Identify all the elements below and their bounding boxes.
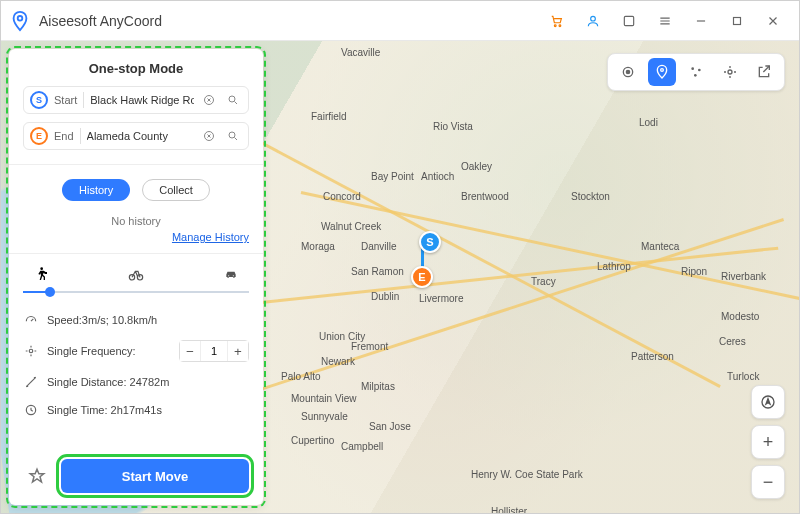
titlebar: Aiseesoft AnyCoord — [1, 1, 799, 41]
svg-point-17 — [229, 132, 235, 138]
main-area: VacavilleFairfieldRio VistaLodiConcordBa… — [1, 41, 799, 513]
speed-mode-row — [23, 260, 249, 284]
mode-locate-button[interactable] — [614, 58, 642, 86]
clear-start-button[interactable] — [200, 91, 218, 109]
map-mode-toolbar — [607, 53, 785, 91]
start-input[interactable] — [90, 94, 194, 106]
time-icon — [23, 402, 39, 418]
city-label: Dublin — [371, 291, 399, 302]
end-pin[interactable]: E — [411, 266, 433, 288]
city-label: Campbell — [341, 441, 383, 452]
city-label: Tracy — [531, 276, 556, 287]
menu-button[interactable] — [647, 1, 683, 41]
city-label: Sunnyvale — [301, 411, 348, 422]
city-label: Lodi — [639, 117, 658, 128]
svg-point-21 — [228, 275, 229, 276]
svg-point-7 — [626, 70, 629, 73]
bike-mode-icon[interactable] — [124, 264, 148, 284]
city-label: Fairfield — [311, 111, 347, 122]
city-label: Milpitas — [361, 381, 395, 392]
svg-point-22 — [233, 275, 234, 276]
history-tabs: History Collect — [23, 179, 249, 201]
compass-button[interactable] — [751, 385, 785, 419]
zoom-in-button[interactable]: + — [751, 425, 785, 459]
svg-point-1 — [554, 24, 556, 26]
city-label: Fremont — [351, 341, 388, 352]
start-badge-icon: S — [30, 91, 48, 109]
city-label: Modesto — [721, 311, 759, 322]
city-label: Palo Alto — [281, 371, 320, 382]
svg-point-18 — [40, 267, 43, 270]
freq-input[interactable] — [200, 341, 228, 361]
search-end-button[interactable] — [224, 127, 242, 145]
mode-onestop-button[interactable] — [648, 58, 676, 86]
city-label: Stockton — [571, 191, 610, 202]
app-logo-icon — [9, 10, 31, 32]
svg-point-15 — [229, 96, 235, 102]
zoom-out-button[interactable]: − — [751, 465, 785, 499]
city-label: Bay Point — [371, 171, 414, 182]
frequency-label: Single Frequency: — [47, 345, 136, 357]
freq-increment-button[interactable]: + — [228, 341, 248, 361]
city-label: San Jose — [369, 421, 411, 432]
end-badge-icon: E — [30, 127, 48, 145]
svg-rect-5 — [734, 17, 741, 24]
clear-end-button[interactable] — [200, 127, 218, 145]
app-window: Aiseesoft AnyCoord VacavilleFairfieldRio… — [0, 0, 800, 514]
end-input[interactable] — [87, 130, 194, 142]
panel-footer: Start Move — [23, 459, 249, 493]
tab-collect[interactable]: Collect — [142, 179, 210, 201]
export-button[interactable] — [750, 58, 778, 86]
city-label: Walnut Creek — [321, 221, 381, 232]
frequency-stepper: − + — [179, 340, 249, 362]
start-location-row: S Start — [23, 86, 249, 114]
freq-decrement-button[interactable]: − — [180, 341, 200, 361]
distance-row: Single Distance: 24782m — [23, 374, 249, 390]
tab-history[interactable]: History — [62, 179, 130, 201]
speed-slider[interactable] — [23, 286, 249, 298]
svg-point-11 — [694, 74, 697, 77]
mode-joystick-button[interactable] — [716, 58, 744, 86]
account-button[interactable] — [575, 1, 611, 41]
city-label: Concord — [323, 191, 361, 202]
end-label: End — [54, 130, 74, 142]
svg-rect-4 — [624, 16, 633, 25]
panel-title: One-stop Mode — [23, 61, 249, 76]
speed-row: Speed:3m/s; 10.8km/h — [23, 312, 249, 328]
frequency-row: Single Frequency: − + — [23, 340, 249, 362]
start-pin-label: S — [426, 236, 433, 248]
no-history-text: No history — [23, 215, 249, 227]
cart-button[interactable] — [539, 1, 575, 41]
city-label: Antioch — [421, 171, 454, 182]
distance-text: Single Distance: 24782m — [47, 376, 169, 388]
city-label: Moraga — [301, 241, 335, 252]
start-pin[interactable]: S — [419, 231, 441, 253]
distance-icon — [23, 374, 39, 390]
close-button[interactable] — [755, 1, 791, 41]
maximize-button[interactable] — [719, 1, 755, 41]
frequency-icon — [23, 343, 39, 359]
favorite-button[interactable] — [23, 462, 51, 490]
end-location-row: E End — [23, 122, 249, 150]
svg-point-2 — [559, 24, 561, 26]
time-row: Single Time: 2h17m41s — [23, 402, 249, 418]
city-label: Hollister — [491, 506, 527, 513]
svg-point-12 — [728, 70, 732, 74]
speed-icon — [23, 312, 39, 328]
city-label: Turlock — [727, 371, 759, 382]
car-mode-icon[interactable] — [219, 264, 243, 284]
end-pin-label: E — [418, 271, 425, 283]
mode-multistop-button[interactable] — [682, 58, 710, 86]
city-label: San Ramon — [351, 266, 404, 277]
start-move-button[interactable]: Start Move — [61, 459, 249, 493]
manage-history-link[interactable]: Manage History — [23, 231, 249, 243]
city-label: Vacaville — [341, 47, 380, 58]
layout-button[interactable] — [611, 1, 647, 41]
svg-point-10 — [698, 69, 701, 72]
walk-mode-icon[interactable] — [29, 264, 53, 284]
svg-point-0 — [18, 15, 23, 20]
city-label: Cupertino — [291, 435, 334, 446]
city-label: Manteca — [641, 241, 679, 252]
search-start-button[interactable] — [224, 91, 242, 109]
minimize-button[interactable] — [683, 1, 719, 41]
